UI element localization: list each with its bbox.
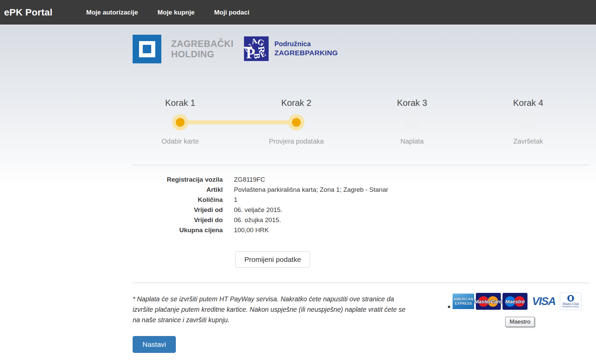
detail-label: Vrijedi do [133, 215, 223, 225]
list-bullet [448, 306, 450, 308]
nav-item-moje-kupnje[interactable]: Moje kupnje [158, 9, 195, 16]
accepted-cards: AMERICAN EXPRESS MasterCard Maestro VISA… [448, 293, 581, 310]
nav-item-moji-podaci[interactable]: Moji podaci [214, 9, 250, 16]
step-1-title: Korak 1 [122, 98, 238, 108]
visa-logo-icon: VISA [529, 293, 558, 309]
detail-value: Povlaštena parkirališna karta; Zona 1; Z… [234, 185, 388, 195]
step-1: Korak 1 Odabir karte [122, 98, 238, 108]
zagrebparking-branch-title: Podružnica ZAGREBPARKING [274, 39, 338, 58]
step-4-label: Završetak [470, 138, 586, 145]
nav-item-moje-autorizacije[interactable]: Moje autorizacije [86, 9, 138, 16]
maestro-logo-icon: Maestro [503, 293, 527, 310]
amex-logo-icon: AMERICAN EXPRESS [453, 294, 474, 309]
payment-note: * Naplata će se izvršiti putem HT PayWay… [133, 294, 406, 325]
purchase-details: Registracija vozila ZG8119FC Artikl Povl… [133, 175, 589, 235]
zagrebacki-holding-logo-icon [133, 35, 161, 63]
step-1-dot [172, 114, 188, 130]
detail-value: 100,00 HRK [234, 225, 269, 235]
continue-button[interactable]: Nastavi [133, 336, 176, 353]
detail-value: 06. veljače 2015. [234, 205, 282, 215]
step-3-dot [405, 115, 419, 130]
step-2-title: Korak 2 [238, 98, 354, 108]
detail-row-registracija: Registracija vozila ZG8119FC [133, 175, 589, 185]
divider-top [133, 164, 589, 165]
step-track-active [180, 120, 296, 124]
step-2: Korak 2 Provjera podataka [238, 98, 354, 108]
detail-label: Artikl [133, 185, 223, 195]
maestro-tooltip: Maestro [505, 317, 535, 327]
step-3-title: Korak 3 [354, 98, 470, 108]
main-nav: Moje autorizacije Moje kupnje Moji podac… [86, 9, 249, 16]
detail-row-vrijedi-od: Vrijedi od 06. veljače 2015. [133, 205, 589, 215]
step-wizard: Korak 1 Odabir karte Korak 2 Provjera po… [133, 98, 589, 153]
detail-row-artikl: Artikl Povlaštena parkirališna karta; Zo… [133, 185, 589, 195]
detail-label: Količina [133, 195, 223, 205]
detail-row-vrijedi-do: Vrijedi do 06. ožujka 2015. [133, 215, 589, 225]
detail-label: Ukupna cijena [133, 225, 223, 235]
zagrebparking-logo-icon: Z A G R E B P [244, 36, 269, 61]
change-data-button[interactable]: Promijeni podatke [235, 251, 310, 268]
detail-label: Vrijedi od [133, 205, 223, 215]
detail-value: ZG8119FC [234, 175, 265, 185]
brand-title[interactable]: ePK Portal [4, 7, 53, 18]
step-2-dot [288, 114, 304, 130]
detail-value: 06. ožujka 2015. [234, 215, 281, 225]
zagrebacki-holding-wordmark: ZAGREBAČKI HOLDING [171, 39, 234, 60]
detail-label: Registracija vozila [133, 175, 223, 185]
diners-club-logo-icon: Diners Club INTERNATIONAL [560, 293, 581, 310]
step-2-label: Provjera podataka [238, 138, 354, 145]
step-4-dot [521, 115, 536, 130]
page-background: ZAGREBAČKI HOLDING Z A G R E B P Podružn… [0, 25, 596, 364]
detail-value: 1 [234, 195, 238, 205]
content-container: ZAGREBAČKI HOLDING Z A G R E B P Podružn… [133, 25, 589, 364]
step-4-title: Korak 4 [470, 98, 586, 108]
step-3-label: Naplata [354, 138, 470, 145]
detail-row-kolicina: Količina 1 [133, 195, 589, 205]
divider-bottom [133, 282, 589, 283]
detail-row-ukupna-cijena: Ukupna cijena 100,00 HRK [133, 225, 589, 235]
step-3: Korak 3 Naplata [354, 98, 470, 108]
step-4: Korak 4 Završetak [470, 98, 586, 108]
top-nav-bar: ePK Portal Moje autorizacije Moje kupnje… [0, 0, 596, 25]
mastercard-logo-icon: MasterCard [476, 293, 501, 310]
step-1-label: Odabir karte [122, 138, 238, 145]
